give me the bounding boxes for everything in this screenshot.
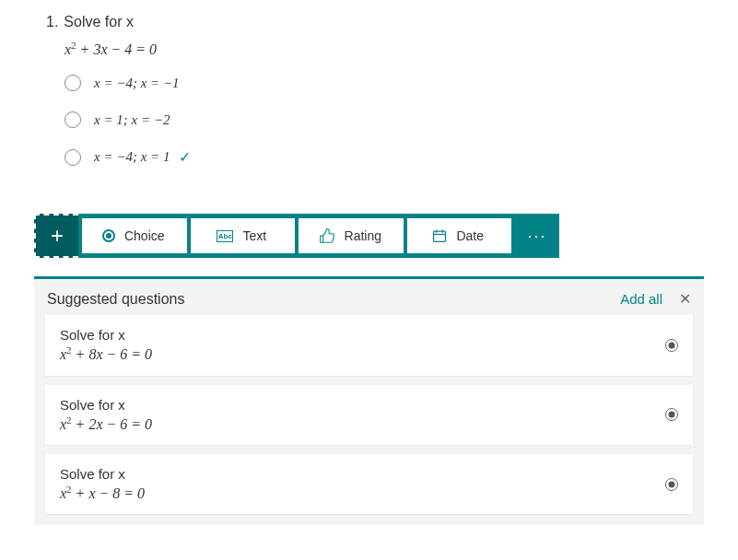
radio-icon [64,111,81,128]
thumbs-up-icon [319,228,335,243]
rating-type-button[interactable]: Rating [299,218,404,253]
date-label: Date [456,228,484,243]
choice-icon [102,229,115,242]
suggested-questions-panel: Suggested questions Add all ✕ Solve for … [34,276,704,525]
option-text: x = 1; x = −2 [94,112,170,128]
suggested-type-icon [665,478,678,491]
question-title-text: Solve for x [64,14,134,30]
suggested-question-equation: x2 + 2x − 6 = 0 [60,414,665,433]
date-type-button[interactable]: Date [407,218,512,253]
svg-rect-0 [434,232,446,242]
choice-type-button[interactable]: Choice [82,218,187,253]
answer-option[interactable]: x = −4; x = −1 [64,75,692,91]
close-icon[interactable]: ✕ [679,290,691,308]
suggested-question-title: Solve for x [60,466,665,482]
question-type-toolbar: + Choice Abc Text Rating Date [34,214,559,258]
suggested-question-card[interactable]: Solve for xx2 + 2x − 6 = 0 [45,385,693,445]
add-question-button[interactable]: + [34,214,78,258]
rating-label: Rating [345,228,381,243]
radio-icon [64,149,81,166]
suggested-question-card[interactable]: Solve for xx2 + x − 8 = 0 [45,454,693,514]
text-icon: Abc [217,230,233,242]
suggested-question-title: Solve for x [60,327,665,343]
text-label: Text [242,228,266,243]
option-text: x = −4; x = 1 [94,149,170,165]
choice-label: Choice [124,228,165,243]
answer-option[interactable]: x = −4; x = 1✓ [64,148,692,166]
calendar-icon [432,228,447,243]
option-text: x = −4; x = −1 [94,76,180,91]
suggested-question-equation: x2 + 8x − 6 = 0 [60,344,665,363]
suggested-question-card[interactable]: Solve for xx2 + 8x − 6 = 0 [45,315,693,375]
more-types-button[interactable]: ··· [515,214,559,258]
add-all-button[interactable]: Add all [620,291,662,307]
suggested-type-icon [665,408,678,421]
checkmark-icon: ✓ [179,148,191,166]
radio-icon [64,75,81,91]
suggested-question-equation: x2 + x − 8 = 0 [60,484,665,502]
text-type-button[interactable]: Abc Text [191,218,296,253]
suggested-question-title: Solve for x [60,397,665,413]
answer-option[interactable]: x = 1; x = −2 [64,111,692,128]
question-equation: x2 + 3x − 4 = 0 [64,40,692,58]
question-number: 1. [46,14,58,30]
suggested-type-icon [665,339,678,352]
suggested-header-title: Suggested questions [47,291,620,308]
question-block: 1. Solve for x x2 + 3x − 4 = 0 x = −4; x… [0,0,738,204]
